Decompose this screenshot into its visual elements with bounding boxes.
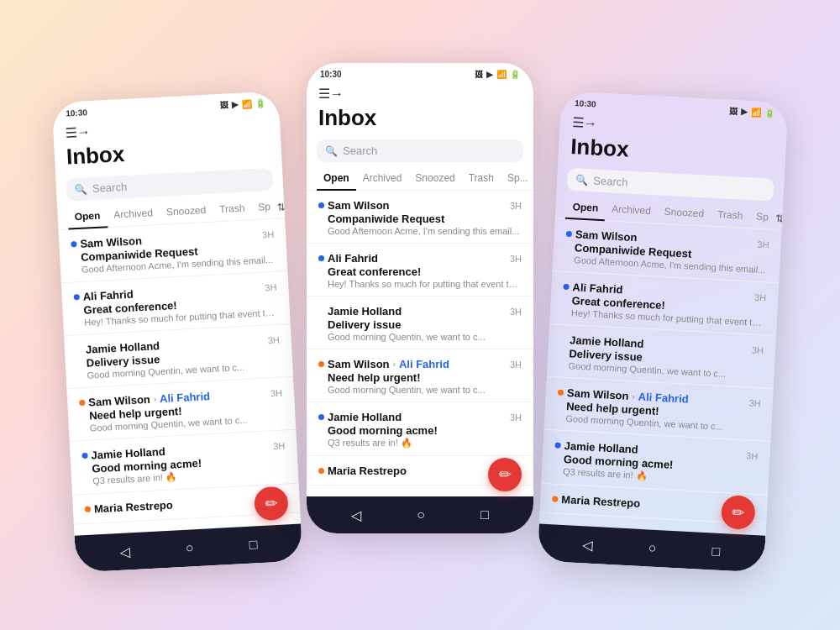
time-left: 10:30 bbox=[66, 108, 87, 118]
menu-icon-left[interactable]: ☰→ bbox=[65, 123, 91, 141]
tab-trash-left[interactable]: Trash bbox=[213, 197, 253, 222]
tab-snoozed-left[interactable]: Snoozed bbox=[159, 199, 213, 225]
sender-name: Maria Restrepo bbox=[94, 499, 174, 516]
email-subject: Companiwide Request bbox=[318, 213, 522, 225]
tab-sp-left[interactable]: Sp bbox=[251, 196, 278, 221]
recents-nav-icon[interactable]: □ bbox=[249, 537, 258, 552]
camera-icon: 🖼 bbox=[729, 107, 738, 117]
time-center: 10:30 bbox=[320, 70, 342, 79]
email-time: 3H bbox=[510, 412, 522, 423]
email-time: 3H bbox=[265, 281, 277, 292]
unread-dot bbox=[85, 507, 91, 512]
email-item[interactable]: Ali Fahrid 3H Great conference! Hey! Tha… bbox=[307, 244, 533, 297]
back-nav-icon[interactable]: ◁ bbox=[351, 507, 361, 523]
search-placeholder-right: Search bbox=[593, 174, 628, 188]
recents-nav-icon[interactable]: □ bbox=[711, 543, 721, 559]
nav-bar-center: ◁ ○ □ bbox=[307, 496, 533, 533]
tab-archived-left[interactable]: Archived bbox=[107, 202, 160, 228]
search-icon-center: 🔍 bbox=[325, 145, 338, 157]
tab-open-center[interactable]: Open bbox=[317, 167, 356, 191]
arrow-icon: › bbox=[393, 360, 396, 369]
status-bar-center: 10:30 🖼 ▶ 📶 🔋 bbox=[307, 63, 533, 82]
compose-button-center[interactable]: ✏ bbox=[488, 458, 522, 491]
unread-dot bbox=[552, 496, 558, 501]
filter-icon-right[interactable]: ⇅ bbox=[775, 212, 785, 224]
tab-snoozed-right[interactable]: Snoozed bbox=[657, 200, 711, 226]
wifi-icon: 📶 bbox=[750, 108, 761, 118]
email-time: 3H bbox=[510, 254, 522, 264]
phones-container: 10:30 🖼 ▶ 📶 🔋 ☰→ Inbox 🔍 Search Open Arc… bbox=[63, 80, 777, 550]
status-icons-left: 🖼 ▶ 📶 🔋 bbox=[220, 98, 266, 110]
email-time: 3H bbox=[510, 201, 522, 211]
email-preview: Good morning Quentin, we want to c... bbox=[318, 385, 522, 395]
unread-dot bbox=[563, 284, 569, 290]
home-nav-icon[interactable]: ○ bbox=[185, 540, 194, 555]
email-time: 3H bbox=[270, 387, 283, 398]
read-dot bbox=[318, 308, 324, 314]
play-icon: ▶ bbox=[741, 107, 748, 116]
email-time: 3H bbox=[267, 334, 280, 345]
tab-sp-right[interactable]: Sp bbox=[748, 205, 775, 230]
tab-trash-center[interactable]: Trash bbox=[462, 167, 501, 191]
battery-icon: 🔋 bbox=[510, 70, 520, 79]
email-preview: Good Afternoon Acme, I'm sending this em… bbox=[318, 226, 522, 236]
status-icons-center: 🖼 ▶ 📶 🔋 bbox=[475, 70, 520, 79]
sender-name-secondary: Ali Fahrid bbox=[638, 391, 689, 406]
play-icon: ▶ bbox=[232, 100, 239, 109]
camera-icon: 🖼 bbox=[220, 100, 229, 110]
filter-icon-left[interactable]: ⇅ bbox=[277, 201, 286, 213]
wifi-icon: 📶 bbox=[496, 70, 507, 79]
email-preview: Hey! Thanks so much for putting that eve… bbox=[318, 279, 522, 289]
unread-dot bbox=[318, 414, 324, 420]
tab-trash-right[interactable]: Trash bbox=[710, 203, 750, 228]
home-nav-icon[interactable]: ○ bbox=[648, 540, 657, 555]
tab-open-right[interactable]: Open bbox=[565, 196, 606, 221]
unread-dot bbox=[79, 400, 85, 406]
back-nav-icon[interactable]: ◁ bbox=[119, 543, 130, 560]
arrow-icon: › bbox=[153, 394, 156, 403]
unread-dot bbox=[318, 468, 324, 474]
play-icon: ▶ bbox=[486, 70, 493, 79]
recents-nav-icon[interactable]: □ bbox=[480, 507, 489, 522]
email-item[interactable]: Sam Wilson 3H Companiwide Request Good A… bbox=[307, 191, 533, 244]
menu-icon-center[interactable]: ☰→ bbox=[318, 86, 344, 102]
battery-icon: 🔋 bbox=[764, 108, 774, 118]
status-icons-right: 🖼 ▶ 📶 🔋 bbox=[729, 107, 775, 118]
inbox-title-center: Inbox bbox=[307, 103, 533, 136]
sender-name: Sam Wilson bbox=[328, 199, 390, 212]
camera-icon: 🖼 bbox=[475, 70, 483, 79]
toolbar-center: ☰→ bbox=[307, 82, 533, 103]
tab-snoozed-center[interactable]: Snoozed bbox=[408, 167, 461, 191]
sender-name-secondary: Ali Fahrid bbox=[399, 358, 449, 370]
email-item[interactable]: Jamie Holland 3H Delivery issue Good mor… bbox=[307, 297, 533, 349]
search-bar-center[interactable]: 🔍 Search bbox=[317, 139, 523, 162]
email-subject: Good morning acme! bbox=[318, 424, 522, 437]
read-dot bbox=[76, 347, 82, 353]
email-time: 3H bbox=[748, 397, 761, 408]
sender-name: Jamie Holland bbox=[328, 305, 402, 318]
tabs-center: Open Archived Snoozed Trash Sp... ⇅ bbox=[307, 167, 533, 191]
unread-dot bbox=[81, 453, 87, 459]
email-time: 3H bbox=[262, 228, 275, 239]
sender-name: Ali Fahrid bbox=[572, 281, 623, 296]
menu-icon-right[interactable]: ☰→ bbox=[571, 114, 597, 132]
sender-name: Sam Wilson bbox=[328, 358, 390, 370]
email-preview: Q3 results are in! 🔥 bbox=[318, 438, 522, 449]
phone-left: 10:30 🖼 ▶ 📶 🔋 ☰→ Inbox 🔍 Search Open Arc… bbox=[52, 91, 303, 572]
search-icon-right: 🔍 bbox=[575, 174, 589, 186]
email-item[interactable]: Sam Wilson › Ali Fahrid 3H Need help urg… bbox=[307, 349, 533, 402]
back-nav-icon[interactable]: ◁ bbox=[582, 537, 593, 554]
tab-open-left[interactable]: Open bbox=[67, 204, 108, 229]
tab-archived-right[interactable]: Archived bbox=[604, 197, 658, 223]
tab-sp-center[interactable]: Sp... bbox=[501, 167, 533, 191]
email-time: 3H bbox=[754, 291, 767, 302]
home-nav-icon[interactable]: ○ bbox=[417, 507, 425, 522]
sender-name: Maria Restrepo bbox=[328, 465, 407, 477]
wifi-icon: 📶 bbox=[242, 99, 253, 109]
read-dot bbox=[560, 337, 566, 343]
email-time: 3H bbox=[510, 360, 522, 370]
email-item[interactable]: Jamie Holland 3H Good morning acme! Q3 r… bbox=[307, 402, 533, 456]
tab-archived-center[interactable]: Archived bbox=[356, 167, 409, 191]
email-subject: Need help urgent! bbox=[318, 371, 522, 384]
sender-name: Jamie Holland bbox=[328, 411, 402, 423]
